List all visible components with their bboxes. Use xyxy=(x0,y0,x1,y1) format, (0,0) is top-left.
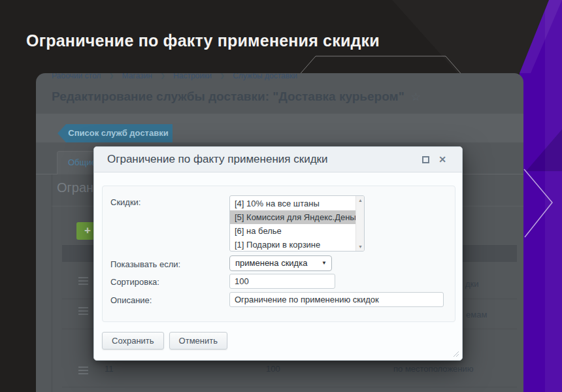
discounts-label: Скидки: xyxy=(110,197,140,207)
discount-option[interactable]: [1] Подарки в корзине xyxy=(230,238,355,252)
show-if-selected-value: применена скидка xyxy=(235,258,307,268)
scroll-down-icon[interactable]: ▼ xyxy=(356,244,365,249)
page-title: Редактирование службы доставки: "Доставк… xyxy=(52,90,421,104)
discounts-multiselect[interactable]: [4] 10% на все штаны [5] Комиссия для Ян… xyxy=(229,195,365,252)
discount-option[interactable]: [4] 10% на все штаны xyxy=(230,197,355,210)
maximize-icon[interactable] xyxy=(422,156,429,163)
banner-title: Ограничение по факту применения скидки xyxy=(26,31,380,50)
modal-title: Ограничение по факту применения скидки xyxy=(107,153,422,166)
breadcrumb-item-delivery-services[interactable]: Службы доставки xyxy=(233,73,297,80)
sorting-input[interactable] xyxy=(229,274,335,289)
scroll-up-icon[interactable]: ▲ xyxy=(356,198,365,203)
show-if-label: Показывать если: xyxy=(110,259,180,269)
show-if-select[interactable]: применена скидка ▼ xyxy=(229,255,332,271)
drag-handle-icon[interactable] xyxy=(78,367,88,374)
breadcrumb: Рабочий стол ❯ Магазин ❯ Настройки ❯ Слу… xyxy=(52,73,297,80)
breadcrumb-item-settings[interactable]: Настройки xyxy=(173,73,212,80)
close-icon[interactable]: ✕ xyxy=(438,155,446,164)
chevron-outline-decor xyxy=(520,167,556,240)
dropdown-arrow-icon: ▼ xyxy=(322,261,327,266)
modal-fieldset: Скидки: [4] 10% на все штаны [5] Комисси… xyxy=(102,186,455,322)
row-sorting-cell: 100 xyxy=(266,364,280,374)
row-description-cell: по местоположению xyxy=(393,364,474,374)
restriction-modal-dialog: Ограничение по факту применения скидки ✕… xyxy=(93,146,463,361)
breadcrumb-item-shop[interactable]: Магазин xyxy=(122,73,152,80)
modal-window-controls: ✕ xyxy=(422,155,446,164)
discount-option[interactable]: [6] на белье xyxy=(230,224,355,238)
content-left-border xyxy=(52,174,52,392)
sorting-label: Сортировка: xyxy=(110,277,159,287)
breadcrumb-separator-icon: ❯ xyxy=(220,73,225,79)
modal-header: Ограничение по факту применения скидки ✕ xyxy=(94,147,462,172)
discount-option-selected[interactable]: [5] Комиссия для Яндекс.Деньги xyxy=(230,210,355,224)
breadcrumb-item-desktop[interactable]: Рабочий стол xyxy=(52,73,101,80)
favorite-star-icon[interactable]: ☆ xyxy=(411,91,421,103)
row-description-fragment: емам xyxy=(466,310,487,319)
page-title-text: Редактирование службы доставки: "Доставк… xyxy=(52,90,405,103)
breadcrumb-separator-icon: ❯ xyxy=(160,73,165,79)
description-label: Описание: xyxy=(110,295,152,305)
cancel-button[interactable]: Отменить xyxy=(169,332,227,350)
modal-footer: Сохранить Отменить xyxy=(102,332,227,350)
row-id-cell: 11 xyxy=(105,364,114,374)
discounts-options: [4] 10% на все штаны [5] Комиссия для Ян… xyxy=(230,197,355,252)
drag-handle-icon[interactable] xyxy=(78,277,88,285)
row-divider xyxy=(62,387,517,387)
drag-handle-icon[interactable] xyxy=(78,307,88,315)
description-input[interactable] xyxy=(229,292,444,307)
breadcrumb-separator-icon: ❯ xyxy=(109,73,114,79)
scrollbar[interactable]: ▲ ▼ xyxy=(355,196,364,251)
screenshot-stage: Ограничение по факту применения скидки Р… xyxy=(0,0,562,392)
resize-grip-icon[interactable] xyxy=(452,350,459,357)
delivery-services-list-button[interactable]: Список служб доставки xyxy=(58,124,173,142)
row-description-fragment: дки xyxy=(465,279,479,289)
save-button[interactable]: Сохранить xyxy=(102,332,164,350)
